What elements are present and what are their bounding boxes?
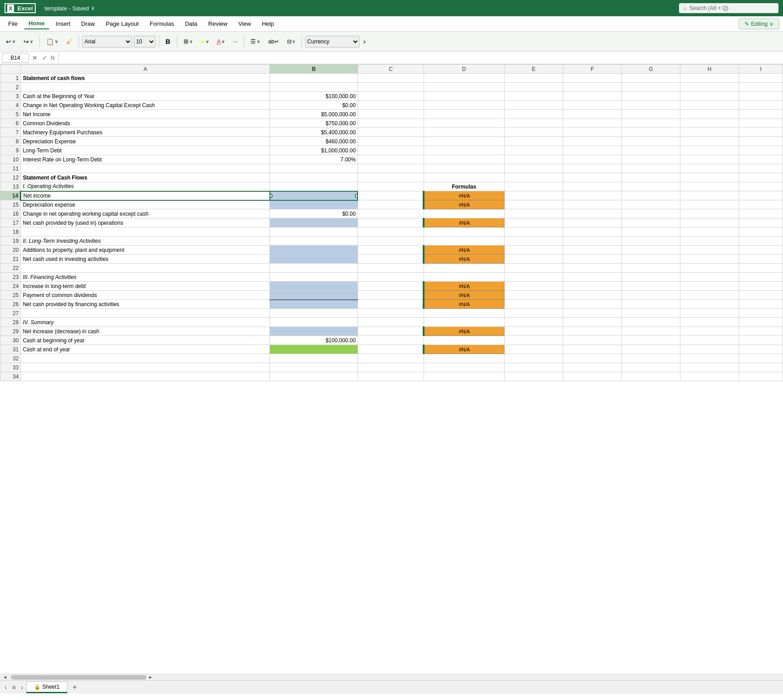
cell-2-D[interactable] bbox=[424, 83, 504, 92]
cell-14-H[interactable] bbox=[680, 191, 739, 200]
cell-1-A[interactable]: Statement of cash flows bbox=[21, 74, 270, 83]
scroll-right-icon[interactable]: › bbox=[361, 36, 368, 47]
cell-5-F[interactable] bbox=[563, 110, 622, 119]
cell-8-D[interactable] bbox=[424, 137, 504, 146]
cell-8-E[interactable] bbox=[505, 137, 563, 146]
cell-24-H[interactable] bbox=[680, 282, 739, 291]
cell-31-I[interactable] bbox=[739, 345, 783, 354]
cell-32-F[interactable] bbox=[563, 354, 622, 363]
cell-15-C[interactable] bbox=[358, 200, 424, 209]
cell-7-H[interactable] bbox=[680, 128, 739, 137]
cell-25-B[interactable] bbox=[270, 291, 358, 300]
cell-33-A[interactable] bbox=[21, 363, 270, 372]
cell-28-C[interactable] bbox=[358, 318, 424, 327]
cell-14-D[interactable]: #N/A bbox=[424, 191, 504, 200]
cell-22-E[interactable] bbox=[505, 264, 563, 273]
cell-19-G[interactable] bbox=[622, 236, 680, 246]
cell-20-D[interactable]: #N/A bbox=[424, 246, 504, 255]
cell-20-I[interactable] bbox=[739, 246, 783, 255]
scroll-thumb[interactable] bbox=[11, 675, 146, 680]
cell-2-I[interactable] bbox=[739, 83, 783, 92]
cell-16-F[interactable] bbox=[563, 209, 622, 218]
cell-26-D[interactable]: #N/A bbox=[424, 300, 504, 309]
cell-21-D[interactable]: #N/A bbox=[424, 255, 504, 264]
search-box[interactable]: ⌕ Search (Alt + Q) bbox=[679, 3, 778, 13]
col-header-I[interactable]: I bbox=[739, 65, 783, 74]
cell-8-A[interactable]: Depreciation Expense bbox=[21, 137, 270, 146]
cell-19-H[interactable] bbox=[680, 236, 739, 246]
cell-8-I[interactable] bbox=[739, 137, 783, 146]
cell-3-C[interactable] bbox=[358, 92, 424, 101]
cell-34-C[interactable] bbox=[358, 372, 424, 381]
cell-25-I[interactable] bbox=[739, 291, 783, 300]
cell-3-D[interactable] bbox=[424, 92, 504, 101]
cell-16-E[interactable] bbox=[505, 209, 563, 218]
cell-31-H[interactable] bbox=[680, 345, 739, 354]
cell-15-B[interactable] bbox=[270, 200, 358, 209]
cell-6-A[interactable]: Common Dividends bbox=[21, 119, 270, 128]
cell-30-D[interactable] bbox=[424, 336, 504, 345]
cell-12-E[interactable] bbox=[505, 173, 563, 182]
cell-4-G[interactable] bbox=[622, 101, 680, 110]
cell-6-H[interactable] bbox=[680, 119, 739, 128]
cell-22-C[interactable] bbox=[358, 264, 424, 273]
cell-19-B[interactable] bbox=[270, 236, 358, 246]
cell-17-I[interactable] bbox=[739, 218, 783, 227]
cell-20-F[interactable] bbox=[563, 246, 622, 255]
cell-17-H[interactable] bbox=[680, 218, 739, 227]
cell-15-D[interactable]: #N/A bbox=[424, 200, 504, 209]
cell-14-E[interactable] bbox=[505, 191, 563, 200]
col-header-A[interactable]: A bbox=[21, 65, 270, 74]
cell-1-B[interactable] bbox=[270, 74, 358, 83]
col-header-D[interactable]: D bbox=[424, 65, 504, 74]
bold-button[interactable]: B bbox=[162, 36, 174, 47]
cell-10-G[interactable] bbox=[622, 155, 680, 164]
cell-28-H[interactable] bbox=[680, 318, 739, 327]
cell-20-G[interactable] bbox=[622, 246, 680, 255]
cell-21-F[interactable] bbox=[563, 255, 622, 264]
cell-11-G[interactable] bbox=[622, 164, 680, 173]
cell-8-G[interactable] bbox=[622, 137, 680, 146]
cell-9-D[interactable] bbox=[424, 146, 504, 155]
cell-29-D[interactable]: #N/A bbox=[424, 327, 504, 336]
borders-button[interactable]: ⊞∨ bbox=[180, 36, 196, 47]
cell-9-C[interactable] bbox=[358, 146, 424, 155]
cell-5-B[interactable]: $5,000,000.00 bbox=[270, 110, 358, 119]
cell-30-B[interactable]: $100,000.00 bbox=[270, 336, 358, 345]
add-sheet-button[interactable]: + bbox=[69, 682, 80, 692]
cell-24-I[interactable] bbox=[739, 282, 783, 291]
cell-19-C[interactable] bbox=[358, 236, 424, 246]
cell-5-C[interactable] bbox=[358, 110, 424, 119]
cell-9-I[interactable] bbox=[739, 146, 783, 155]
cell-11-F[interactable] bbox=[563, 164, 622, 173]
menu-item-home[interactable]: Home bbox=[24, 18, 49, 29]
cell-7-B[interactable]: $5,400,000.00 bbox=[270, 128, 358, 137]
cell-23-I[interactable] bbox=[739, 273, 783, 282]
cell-23-F[interactable] bbox=[563, 273, 622, 282]
cell-33-B[interactable] bbox=[270, 363, 358, 372]
cell-29-B[interactable] bbox=[270, 327, 358, 336]
cell-4-E[interactable] bbox=[505, 101, 563, 110]
cell-32-C[interactable] bbox=[358, 354, 424, 363]
cell-30-H[interactable] bbox=[680, 336, 739, 345]
cell-31-E[interactable] bbox=[505, 345, 563, 354]
cell-12-G[interactable] bbox=[622, 173, 680, 182]
cell-12-A[interactable]: Statement of Cash Flows bbox=[21, 173, 270, 182]
font-name-select[interactable]: Arial bbox=[82, 36, 132, 47]
cell-30-E[interactable] bbox=[505, 336, 563, 345]
cell-13-B[interactable] bbox=[270, 182, 358, 191]
cell-33-H[interactable] bbox=[680, 363, 739, 372]
cell-13-C[interactable] bbox=[358, 182, 424, 191]
cell-28-D[interactable] bbox=[424, 318, 504, 327]
cell-1-E[interactable] bbox=[505, 74, 563, 83]
cell-17-E[interactable] bbox=[505, 218, 563, 227]
cell-7-C[interactable] bbox=[358, 128, 424, 137]
tab-nav-prev[interactable]: ‹ bbox=[2, 683, 9, 692]
cell-21-I[interactable] bbox=[739, 255, 783, 264]
cell-21-B[interactable] bbox=[270, 255, 358, 264]
cell-18-I[interactable] bbox=[739, 227, 783, 236]
cell-14-A[interactable]: Net income bbox=[21, 191, 270, 200]
cell-33-D[interactable] bbox=[424, 363, 504, 372]
cell-1-C[interactable] bbox=[358, 74, 424, 83]
col-header-C[interactable]: C bbox=[358, 65, 424, 74]
